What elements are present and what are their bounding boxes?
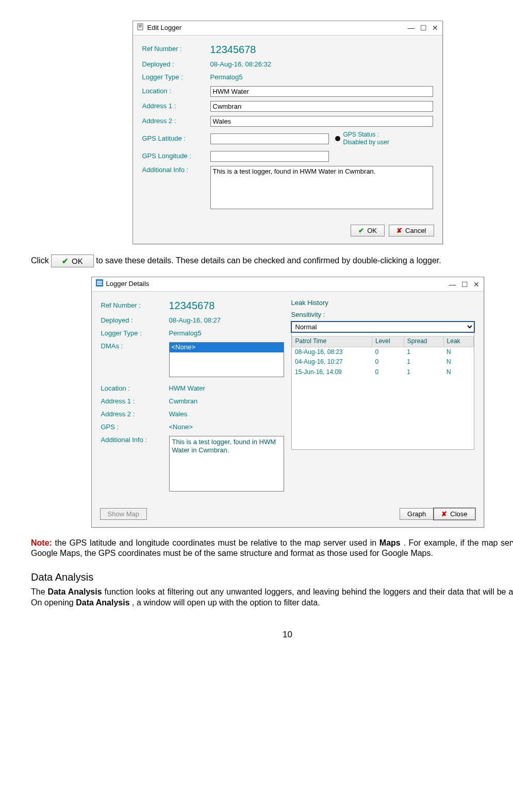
maximize-icon[interactable]: ☐ — [461, 280, 468, 289]
logger-type-value: Permalog5 — [169, 329, 202, 338]
col-patrol-time[interactable]: Patrol Time — [292, 336, 372, 347]
analysis-text-1: The — [31, 587, 48, 596]
gps-lon-label: GPS Longitude : — [142, 152, 204, 161]
address2-input[interactable] — [210, 116, 433, 127]
location-input[interactable] — [210, 86, 433, 97]
edit-logger-icon — [137, 23, 144, 33]
edit-logger-window: Edit Logger — ☐ ✕ Ref Number : 12345678 … — [133, 21, 443, 244]
minimize-icon[interactable]: — — [449, 280, 456, 289]
note-paragraph: Note: the GPS latitude and longitude coo… — [31, 538, 513, 560]
close-icon[interactable]: ✕ — [432, 23, 438, 32]
cell-level: 0 — [372, 347, 404, 357]
page-number: 10 — [31, 629, 513, 640]
gps-status-value: Disabled by user — [343, 139, 389, 146]
minimize-icon[interactable]: — — [408, 23, 415, 32]
deployed-value: 08-Aug-16, 08:26:32 — [210, 60, 272, 69]
close-button[interactable]: ✘ Close — [434, 508, 475, 520]
gps-lat-input[interactable] — [210, 133, 329, 144]
svg-rect-7 — [97, 284, 102, 285]
dmas-label: DMAs : — [101, 342, 163, 351]
close-icon[interactable]: ✕ — [473, 280, 479, 289]
edit-logger-title: Edit Logger — [147, 24, 182, 32]
cell-spread: 1 — [404, 367, 443, 378]
cell-level: 0 — [372, 357, 404, 367]
gps-status-led-icon — [335, 136, 340, 141]
cell-time: 04-Aug-16, 10:27 — [292, 357, 372, 367]
dmas-listbox[interactable]: <None> — [169, 342, 284, 377]
note-heading: Note: — [31, 538, 52, 547]
show-map-button[interactable]: Show Map — [100, 508, 147, 520]
col-level[interactable]: Level — [372, 336, 404, 347]
inline-ok-label: OK — [72, 256, 83, 266]
svg-rect-6 — [97, 282, 102, 283]
table-row[interactable]: 15-Jun-16, 14:09 0 1 N — [292, 367, 473, 378]
deployed-label: Deployed : — [142, 60, 204, 69]
maps-bold: Maps — [379, 538, 401, 547]
cancel-button[interactable]: ✘ Cancel — [389, 225, 434, 236]
cell-leak: N — [443, 367, 473, 378]
data-analysis-heading: Data Analysis — [31, 570, 513, 584]
svg-rect-2 — [139, 26, 142, 26]
col-spread[interactable]: Spread — [404, 336, 443, 347]
cell-leak: N — [443, 357, 473, 367]
leak-history-heading: Leak History — [291, 299, 474, 308]
sensitivity-label: Sensitivity : — [291, 311, 474, 319]
gps-lon-input[interactable] — [210, 151, 329, 162]
dmas-selected-item[interactable]: <None> — [170, 343, 284, 352]
sensitivity-select[interactable]: Normal — [291, 322, 474, 332]
ref-number-value: 12345678 — [210, 43, 256, 56]
analysis-bold-2: Data Analysis — [76, 598, 129, 607]
logger-type-label: Logger Type : — [142, 73, 204, 82]
cell-spread: 1 — [404, 347, 443, 357]
patrol-table: Patrol Time Level Spread Leak 08-Aug-16,… — [292, 336, 474, 377]
analysis-bold-1: Data Analysis — [48, 587, 102, 596]
logger-details-title: Logger Details — [106, 280, 150, 289]
table-row[interactable]: 08-Aug-16, 08:23 0 1 N — [292, 347, 473, 357]
gps-label: GPS : — [101, 423, 163, 432]
table-row[interactable]: 04-Aug-16, 10:27 0 1 N — [292, 357, 473, 367]
svg-rect-5 — [97, 281, 102, 282]
click-paragraph: Click ✔ OK to save these details. These … — [31, 255, 513, 268]
show-map-label: Show Map — [108, 510, 139, 518]
maximize-icon[interactable]: ☐ — [420, 23, 427, 32]
ref-number-label: Ref Number : — [142, 45, 204, 54]
additional-info-input[interactable]: This is a test logger, found in HWM Wate… — [210, 166, 433, 209]
ok-button-label: OK — [367, 227, 377, 234]
cross-icon: ✘ — [441, 510, 447, 518]
address2-label: Address 2 : — [142, 117, 204, 126]
svg-rect-3 — [139, 27, 142, 27]
gps-lat-label: GPS Latitude : — [142, 134, 204, 143]
click-text-2: to save these details. These details can… — [96, 256, 441, 265]
cell-time: 15-Jun-16, 14:09 — [292, 367, 372, 378]
ref-number-label: Ref Number : — [101, 301, 163, 310]
analysis-text-3: , a window will open up with the option … — [132, 598, 320, 607]
additional-info-label: Additional Info : — [101, 436, 163, 445]
note-text-1: the GPS latitude and longitude coordinat… — [55, 538, 379, 547]
check-icon: ✔ — [358, 227, 364, 234]
address1-input[interactable] — [210, 101, 433, 112]
check-icon: ✔ — [62, 256, 69, 266]
inline-ok-button[interactable]: ✔ OK — [51, 255, 94, 268]
cell-spread: 1 — [404, 357, 443, 367]
additional-info-readonly: This is a test logger, found in HWM Wate… — [169, 436, 284, 492]
gps-status-label: GPS Status : — [343, 131, 379, 138]
additional-info-text: This is a test logger, found in HWM Wate… — [172, 438, 276, 454]
address2-label: Address 2 : — [101, 410, 163, 419]
col-leak[interactable]: Leak — [443, 336, 473, 347]
cell-leak: N — [443, 347, 473, 357]
deployed-label: Deployed : — [101, 316, 163, 325]
ok-button[interactable]: ✔ OK — [351, 225, 385, 236]
logger-details-icon — [96, 279, 103, 289]
edit-logger-titlebar: Edit Logger — ☐ ✕ — [133, 21, 442, 36]
address1-label: Address 1 : — [142, 102, 204, 111]
gps-value: <None> — [169, 423, 193, 432]
address1-value: Cwmbran — [169, 397, 198, 406]
address2-value: Wales — [169, 410, 188, 419]
graph-button[interactable]: Graph — [400, 508, 434, 520]
cross-icon: ✘ — [396, 227, 402, 234]
cell-level: 0 — [372, 367, 404, 378]
analysis-paragraph: The Data Analysis function looks at filt… — [31, 587, 513, 608]
close-label: Close — [450, 510, 467, 518]
location-label: Location : — [101, 384, 163, 393]
cancel-button-label: Cancel — [405, 227, 426, 234]
